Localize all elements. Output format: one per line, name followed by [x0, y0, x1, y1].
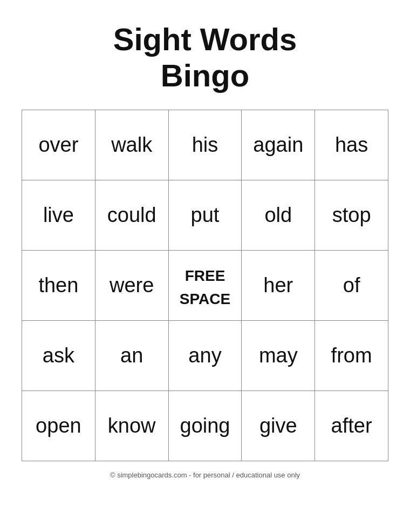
bingo-cell: from [315, 321, 388, 391]
bingo-cell: old [242, 180, 315, 251]
bingo-cell: open [22, 391, 95, 461]
bingo-cell: an [95, 321, 168, 391]
bingo-cell: has [315, 110, 388, 180]
bingo-cell: could [95, 180, 168, 251]
bingo-cell: any [168, 321, 242, 391]
bingo-cell: over [22, 110, 95, 180]
bingo-cell: after [315, 391, 388, 461]
bingo-cell: know [95, 391, 168, 461]
free-space-label: FREESPACE [180, 267, 230, 307]
bingo-cell: of [315, 251, 388, 321]
page-title: Sight Words Bingo [113, 22, 297, 93]
bingo-cell: his [168, 110, 242, 180]
bingo-cell: live [22, 180, 95, 251]
bingo-cell: then [22, 251, 95, 321]
bingo-cell: put [168, 180, 242, 251]
bingo-cell: stop [315, 180, 388, 251]
bingo-cell: going [168, 391, 242, 461]
bingo-cell: again [242, 110, 315, 180]
bingo-cell: FREESPACE [168, 251, 242, 321]
footer-text: © simplebingocards.com - for personal / … [110, 471, 300, 479]
bingo-cell: give [242, 391, 315, 461]
bingo-grid: overwalkhisagainhaslivecouldputoldstopth… [22, 110, 388, 461]
bingo-cell: walk [95, 110, 168, 180]
bingo-cell: were [95, 251, 168, 321]
bingo-cell: may [242, 321, 315, 391]
bingo-cell: ask [22, 321, 95, 391]
bingo-cell: her [242, 251, 315, 321]
